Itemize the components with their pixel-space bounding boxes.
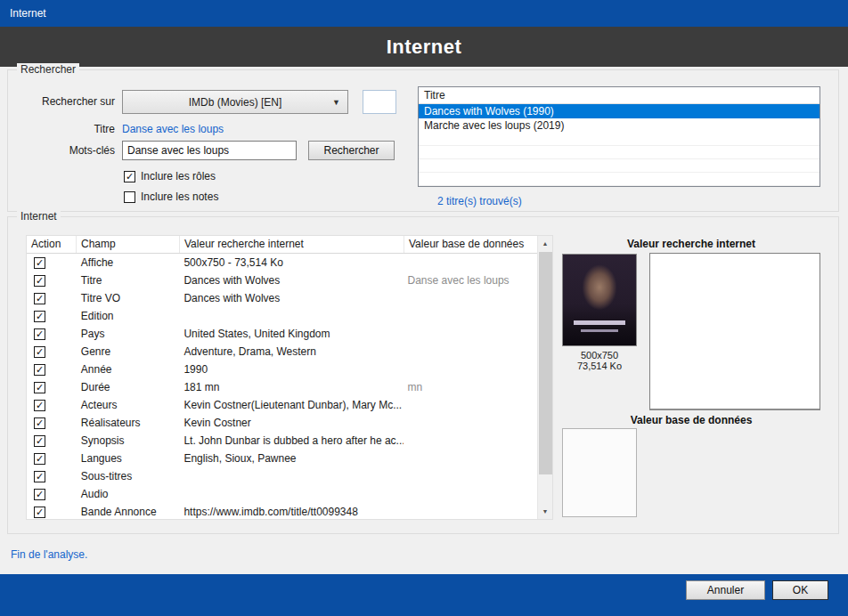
row-action-checkbox[interactable]: ✓	[34, 311, 45, 322]
table-row[interactable]: ✓Année1990	[27, 361, 537, 378]
search-button[interactable]: Rechercher	[308, 141, 395, 160]
db-poster-placeholder	[562, 428, 637, 517]
field-name-cell: Audio	[77, 488, 180, 500]
poster-image[interactable]	[562, 254, 637, 346]
table-row[interactable]: ✓Bande Annoncehttps://www.imdb.com/title…	[27, 503, 537, 519]
scroll-down-icon[interactable]: ▼	[538, 504, 552, 519]
include-notes-label: Inclure les notes	[141, 190, 218, 203]
field-name-cell: Titre VO	[77, 292, 180, 304]
search-on-label: Rechercher sur	[8, 95, 115, 108]
row-action-checkbox[interactable]: ✓	[34, 257, 45, 269]
field-name-cell: Sous-titres	[77, 470, 180, 482]
poster-size-caption: 500x750	[562, 350, 637, 361]
table-row[interactable]: ✓RéalisateursKevin Costner	[27, 414, 537, 432]
field-name-cell: Synopsis	[77, 434, 180, 447]
result-item[interactable]: Dances with Wolves (1990)	[419, 104, 819, 118]
action-cell: ✓	[27, 363, 77, 376]
table-row[interactable]: ✓Affiche500x750 - 73,514 Ko	[27, 254, 537, 272]
empty-list-row	[419, 173, 819, 186]
include-roles-checkbox[interactable]: ✓	[124, 171, 135, 182]
title-bar: Internet	[0, 0, 848, 27]
keywords-label: Mots-clés	[8, 144, 115, 157]
search-engine-value: IMDb (Movies) [EN]	[189, 96, 282, 109]
row-action-checkbox[interactable]: ✓	[34, 400, 45, 411]
row-action-checkbox[interactable]: ✓	[34, 382, 45, 393]
table-row[interactable]: ✓ActeursKevin Costner(Lieutenant Dunbar)…	[27, 396, 537, 414]
row-action-checkbox[interactable]: ✓	[34, 471, 45, 482]
results-list-body: Dances with Wolves (1990)Marche avec les…	[419, 104, 819, 186]
table-row[interactable]: ✓TitreDances with WolvesDanse avec les l…	[27, 272, 537, 289]
page-header: Internet	[0, 27, 848, 67]
internet-value-heading: Valeur recherche internet	[555, 238, 828, 250]
site-icon-box	[363, 90, 396, 114]
internet-value-cell: Kevin Costner(Lieutenant Dunbar), Mary M…	[179, 399, 403, 411]
field-name-cell: Affiche	[77, 256, 180, 269]
results-list-header[interactable]: Titre	[419, 87, 819, 104]
field-name-cell: Pays	[77, 328, 180, 340]
row-action-checkbox[interactable]: ✓	[34, 489, 45, 500]
db-value-cell: Danse avec les loups	[404, 274, 537, 287]
row-action-checkbox[interactable]: ✓	[34, 507, 45, 518]
title-link[interactable]: Danse avec les loups	[122, 123, 224, 135]
search-engine-select[interactable]: IMDb (Movies) [EN] ▼	[122, 90, 348, 114]
internet-group: Internet Action Champ Valeur recherche i…	[7, 216, 839, 534]
internet-value-cell: 181 mn	[179, 381, 403, 393]
scrollbar-thumb[interactable]	[539, 252, 552, 474]
row-action-checkbox[interactable]: ✓	[34, 364, 45, 376]
title-label: Titre	[8, 123, 115, 135]
result-item[interactable]: Marche avec les loups (2019)	[419, 118, 819, 133]
table-row[interactable]: ✓Edition	[27, 307, 537, 325]
field-name-cell: Edition	[77, 310, 180, 322]
internet-value-panel	[649, 253, 820, 410]
row-action-checkbox[interactable]: ✓	[34, 328, 45, 340]
table-row[interactable]: ✓Audio	[27, 485, 537, 503]
table-row[interactable]: ✓GenreAdventure, Drama, Western	[27, 343, 537, 361]
field-name-cell: Langues	[77, 452, 180, 465]
table-row[interactable]: ✓PaysUnited States, United Kingdom	[27, 325, 537, 343]
empty-list-row	[419, 133, 819, 146]
field-name-cell: Acteurs	[77, 399, 180, 411]
row-action-checkbox[interactable]: ✓	[34, 417, 45, 429]
table-scrollbar[interactable]: ▲ ▼	[537, 236, 552, 519]
include-roles-label: Inclure les rôles	[141, 170, 216, 182]
chevron-down-icon: ▼	[332, 99, 340, 107]
action-cell: ✓	[27, 470, 77, 482]
internet-value-cell: Dances with Wolves	[179, 292, 403, 304]
internet-value-cell: United States, United Kingdom	[179, 328, 403, 340]
row-action-checkbox[interactable]: ✓	[34, 293, 45, 304]
include-notes-checkbox[interactable]	[124, 191, 135, 203]
action-cell: ✓	[27, 399, 77, 411]
results-list: Titre Dances with Wolves (1990)Marche av…	[418, 86, 820, 187]
table-row[interactable]: ✓Durée181 mnmn	[27, 378, 537, 396]
table-row[interactable]: ✓Titre VODances with Wolves	[27, 289, 537, 307]
action-cell: ✓	[27, 488, 77, 500]
table-header-row: Action Champ Valeur recherche internet V…	[27, 236, 552, 254]
column-header-field[interactable]: Champ	[77, 236, 180, 253]
db-value-cell: mn	[404, 381, 537, 393]
row-action-checkbox[interactable]: ✓	[34, 453, 45, 465]
internet-value-cell: Adventure, Drama, Western	[179, 345, 403, 358]
row-action-checkbox[interactable]: ✓	[34, 275, 45, 287]
action-cell: ✓	[27, 310, 77, 322]
results-count: 2 titre(s) trouvé(s)	[437, 195, 522, 207]
fields-table: Action Champ Valeur recherche internet V…	[26, 235, 553, 520]
search-group: Rechercher Rechercher sur IMDb (Movies) …	[7, 69, 839, 212]
scroll-up-icon[interactable]: ▲	[538, 236, 552, 251]
action-cell: ✓	[27, 417, 77, 429]
ok-button[interactable]: OK	[772, 580, 828, 600]
action-cell: ✓	[27, 328, 77, 340]
table-row[interactable]: ✓SynopsisLt. John Dunbar is dubbed a her…	[27, 432, 537, 450]
row-action-checkbox[interactable]: ✓	[34, 346, 45, 358]
internet-dialog: Internet Internet Rechercher Rechercher …	[0, 0, 848, 616]
cancel-button[interactable]: Annuler	[686, 580, 765, 600]
column-header-internet-value[interactable]: Valeur recherche internet	[180, 236, 404, 253]
field-name-cell: Genre	[77, 345, 180, 358]
action-cell: ✓	[27, 345, 77, 358]
db-value-heading: Valeur base de données	[555, 414, 828, 426]
keywords-input[interactable]	[122, 141, 297, 160]
table-row[interactable]: ✓Sous-titres	[27, 467, 537, 485]
column-header-action[interactable]: Action	[27, 236, 77, 253]
column-header-db-value[interactable]: Valeur base de données	[404, 236, 539, 253]
table-row[interactable]: ✓LanguesEnglish, Sioux, Pawnee	[27, 450, 537, 467]
row-action-checkbox[interactable]: ✓	[34, 435, 45, 447]
